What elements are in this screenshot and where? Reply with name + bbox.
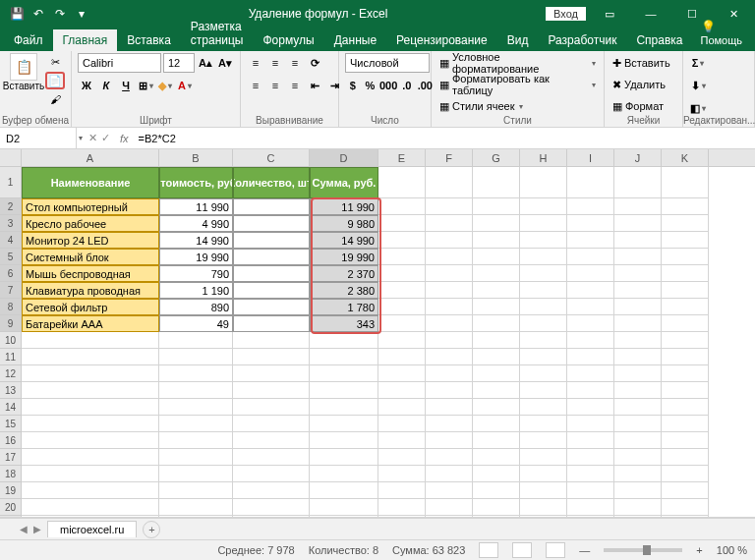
cell[interactable] (662, 315, 709, 332)
cell[interactable] (662, 449, 709, 466)
cut-icon[interactable]: ✂ (45, 53, 65, 71)
cell[interactable] (159, 516, 233, 517)
align-left-icon[interactable]: ≡ (247, 76, 264, 95)
cell[interactable] (233, 215, 310, 232)
cell[interactable] (22, 449, 159, 466)
tab-formulas[interactable]: Формулы (253, 29, 323, 51)
cell[interactable]: 14 990 (159, 232, 233, 249)
cell[interactable] (310, 466, 378, 482)
cell[interactable] (473, 499, 520, 516)
cell[interactable] (614, 232, 662, 249)
cell[interactable] (233, 432, 310, 449)
cell[interactable] (662, 232, 709, 249)
cell[interactable] (233, 299, 310, 315)
align-center-icon[interactable]: ≡ (266, 76, 284, 95)
cell[interactable] (22, 349, 159, 365)
cell[interactable] (233, 315, 310, 332)
sheet-nav-next-icon[interactable]: ▶ (33, 524, 41, 534)
minimize-icon[interactable]: — (633, 0, 668, 28)
cell[interactable] (567, 249, 614, 265)
cell[interactable]: Батарейки AAA (22, 315, 159, 332)
cell[interactable] (426, 349, 473, 365)
fill-color-icon[interactable]: ◆▾ (156, 76, 174, 95)
cell[interactable] (473, 232, 520, 249)
row-header[interactable]: 16 (0, 432, 22, 449)
col-header[interactable]: F (426, 149, 473, 166)
row-header[interactable]: 1 (0, 167, 22, 198)
cell[interactable]: 4 990 (159, 215, 233, 232)
cell[interactable] (473, 399, 520, 416)
underline-button[interactable]: Ч (117, 76, 135, 95)
cell[interactable]: Мышь беспроводная (22, 265, 159, 282)
cell[interactable] (378, 449, 426, 466)
cell[interactable] (662, 382, 709, 399)
cell[interactable] (520, 516, 567, 517)
cell-styles-button[interactable]: ▦ Стили ячеек▾ (437, 96, 598, 116)
cell[interactable] (473, 349, 520, 365)
italic-button[interactable]: К (97, 76, 115, 95)
cell[interactable] (233, 382, 310, 399)
accounting-icon[interactable]: $ (345, 76, 361, 95)
cell[interactable] (520, 232, 567, 249)
add-sheet-button[interactable]: + (143, 521, 160, 538)
row-header[interactable]: 3 (0, 215, 22, 232)
cell[interactable] (473, 265, 520, 282)
cell[interactable] (426, 449, 473, 466)
cell[interactable] (22, 499, 159, 516)
cell[interactable] (473, 299, 520, 315)
ribbon-options-icon[interactable]: ▭ (592, 0, 627, 28)
cell[interactable] (233, 265, 310, 282)
cell[interactable] (614, 365, 662, 382)
cell[interactable] (520, 299, 567, 315)
cell[interactable] (567, 516, 614, 517)
cell[interactable] (662, 332, 709, 349)
cell[interactable] (520, 382, 567, 399)
number-format-combo[interactable]: Числовой (345, 53, 430, 73)
cell[interactable] (520, 416, 567, 432)
row-header[interactable]: 6 (0, 265, 22, 282)
cell[interactable] (426, 482, 473, 499)
cell[interactable] (614, 249, 662, 265)
cell[interactable] (662, 365, 709, 382)
row-header[interactable]: 19 (0, 482, 22, 499)
row-header[interactable]: 18 (0, 466, 22, 482)
bold-button[interactable]: Ж (78, 76, 95, 95)
cell[interactable]: 11 990 (159, 198, 233, 215)
cell[interactable] (567, 282, 614, 299)
cell[interactable] (159, 499, 233, 516)
paste-button[interactable]: 📋 Вставить (6, 53, 41, 91)
cell[interactable] (520, 265, 567, 282)
col-header[interactable]: E (378, 149, 426, 166)
cell[interactable] (520, 466, 567, 482)
cell[interactable] (310, 416, 378, 432)
cell[interactable] (520, 167, 567, 198)
cell[interactable] (233, 449, 310, 466)
cell[interactable] (614, 299, 662, 315)
cell[interactable] (426, 215, 473, 232)
indent-decrease-icon[interactable]: ⇤ (306, 76, 323, 95)
cell[interactable] (662, 482, 709, 499)
cell[interactable] (233, 365, 310, 382)
cell[interactable] (310, 332, 378, 349)
cell[interactable] (159, 349, 233, 365)
row-header[interactable]: 14 (0, 399, 22, 416)
row-header[interactable]: 20 (0, 499, 22, 516)
cell[interactable] (520, 282, 567, 299)
row-header[interactable]: 9 (0, 315, 22, 332)
cell[interactable] (567, 167, 614, 198)
cell[interactable] (473, 482, 520, 499)
align-right-icon[interactable]: ≡ (286, 76, 304, 95)
sheet-nav-prev-icon[interactable]: ◀ (20, 524, 28, 534)
cell[interactable] (233, 282, 310, 299)
tab-review[interactable]: Рецензирование (386, 29, 497, 51)
format-cells-button[interactable]: ▦ Формат (610, 96, 676, 116)
cell[interactable] (520, 399, 567, 416)
col-header[interactable]: H (520, 149, 567, 166)
cell[interactable] (310, 482, 378, 499)
cell[interactable] (662, 416, 709, 432)
cell[interactable] (567, 349, 614, 365)
cell[interactable] (567, 299, 614, 315)
cell[interactable] (159, 416, 233, 432)
tab-layout[interactable]: Разметка страницы (181, 16, 254, 51)
cell[interactable] (614, 332, 662, 349)
